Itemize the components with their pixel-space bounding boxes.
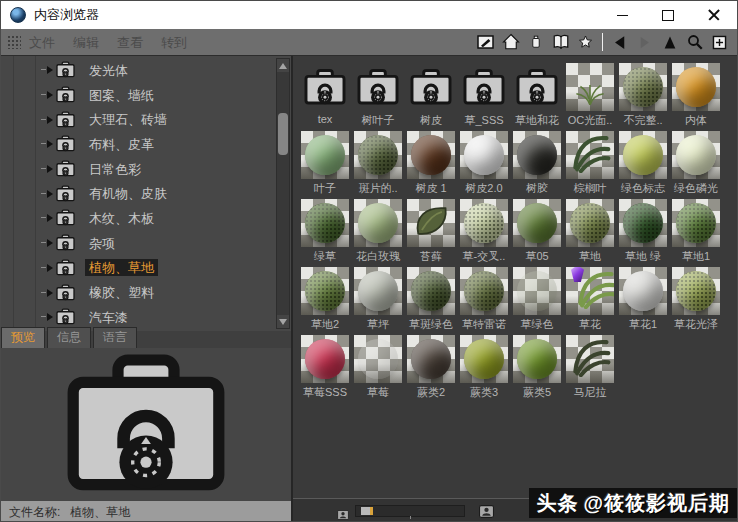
scroll-down-button[interactable] bbox=[277, 315, 289, 328]
material-thumbnail[interactable] bbox=[513, 131, 561, 179]
material-thumbnail[interactable] bbox=[301, 335, 349, 383]
material-item[interactable]: 草05 bbox=[513, 199, 561, 263]
material-thumbnail[interactable] bbox=[407, 335, 455, 383]
material-item[interactable]: 树皮 bbox=[407, 63, 455, 127]
material-item[interactable]: 棕榈叶 bbox=[566, 131, 614, 195]
material-item[interactable]: 树叶子 bbox=[354, 63, 402, 127]
preset-jar-icon[interactable] bbox=[524, 32, 547, 53]
material-item[interactable]: 草地2 bbox=[301, 267, 349, 331]
slider-handle[interactable] bbox=[361, 507, 373, 515]
material-item[interactable]: 草_SSS bbox=[460, 63, 508, 127]
material-item[interactable]: 绿色磷光 bbox=[672, 131, 720, 195]
material-thumbnail[interactable] bbox=[301, 199, 349, 247]
up-icon[interactable] bbox=[658, 32, 681, 53]
material-item[interactable]: 斑片的.. bbox=[354, 131, 402, 195]
material-thumbnail[interactable] bbox=[460, 199, 508, 247]
material-item[interactable]: 草坪 bbox=[354, 267, 402, 331]
material-thumbnail[interactable] bbox=[460, 267, 508, 315]
material-thumbnail[interactable] bbox=[672, 267, 720, 315]
material-thumbnail[interactable] bbox=[301, 131, 349, 179]
material-thumbnail[interactable] bbox=[354, 199, 402, 247]
expander-icon[interactable] bbox=[47, 239, 53, 247]
expander-icon[interactable] bbox=[47, 313, 53, 321]
material-thumbnail[interactable] bbox=[460, 131, 508, 179]
home-icon[interactable] bbox=[499, 32, 522, 53]
thumbnail-size-slider[interactable] bbox=[355, 505, 465, 517]
maximize-button[interactable] bbox=[645, 1, 691, 29]
tab-信息[interactable]: 信息 bbox=[47, 327, 91, 348]
edit-icon[interactable] bbox=[474, 32, 497, 53]
expander-icon[interactable] bbox=[47, 214, 53, 222]
menu-查看[interactable]: 查看 bbox=[117, 35, 143, 50]
expander-icon[interactable] bbox=[47, 116, 53, 124]
material-item[interactable]: 树胶 bbox=[513, 131, 561, 195]
material-item[interactable]: 草-交叉.. bbox=[460, 199, 508, 263]
menu-文件[interactable]: 文件 bbox=[29, 35, 55, 50]
material-thumbnail[interactable] bbox=[513, 199, 561, 247]
expander-icon[interactable] bbox=[47, 289, 53, 297]
tree-scrollbar[interactable] bbox=[276, 58, 290, 329]
material-item[interactable]: 草花光泽 bbox=[672, 267, 720, 331]
expander-icon[interactable] bbox=[47, 140, 53, 148]
material-thumbnail[interactable] bbox=[513, 335, 561, 383]
material-item[interactable]: 叶子 bbox=[301, 131, 349, 195]
tree-item-橡胶、塑料[interactable]: 橡胶、塑料 bbox=[1, 280, 291, 305]
tree-item-杂项[interactable]: 杂项 bbox=[1, 231, 291, 256]
material-thumbnail[interactable] bbox=[301, 267, 349, 315]
expander-icon[interactable] bbox=[47, 190, 53, 198]
folder-thumbnail[interactable] bbox=[354, 63, 402, 111]
expander-icon[interactable] bbox=[47, 91, 53, 99]
material-item[interactable]: 草斑绿色 bbox=[407, 267, 455, 331]
search-icon[interactable] bbox=[683, 32, 706, 53]
folder-thumbnail[interactable] bbox=[460, 63, 508, 111]
material-item[interactable]: 草莓 bbox=[354, 335, 402, 399]
tree-item-发光体[interactable]: 发光体 bbox=[1, 58, 291, 83]
material-item[interactable]: 草绿色 bbox=[513, 267, 561, 331]
material-thumbnail[interactable] bbox=[407, 267, 455, 315]
material-item[interactable]: 蕨类2 bbox=[407, 335, 455, 399]
favorites-star-icon[interactable] bbox=[574, 32, 597, 53]
tree-item-有机物、皮肤[interactable]: 有机物、皮肤 bbox=[1, 181, 291, 206]
material-thumbnail[interactable] bbox=[672, 63, 720, 111]
material-item[interactable]: 蕨类5 bbox=[513, 335, 561, 399]
material-thumbnail[interactable] bbox=[619, 131, 667, 179]
material-thumbnail[interactable] bbox=[407, 199, 455, 247]
tree-item-大理石、砖墙[interactable]: 大理石、砖墙 bbox=[1, 107, 291, 132]
material-thumbnail[interactable] bbox=[354, 335, 402, 383]
material-thumbnail[interactable] bbox=[566, 335, 614, 383]
material-item[interactable]: 不完整.. bbox=[619, 63, 667, 127]
tree-item-木纹、木板[interactable]: 木纹、木板 bbox=[1, 206, 291, 231]
folder-thumbnail[interactable] bbox=[407, 63, 455, 111]
material-item[interactable]: 马尼拉 bbox=[566, 335, 614, 399]
material-thumbnail[interactable] bbox=[460, 335, 508, 383]
forward-icon[interactable] bbox=[633, 32, 656, 53]
material-item[interactable]: 树皮 1 bbox=[407, 131, 455, 195]
menu-编辑[interactable]: 编辑 bbox=[73, 35, 99, 50]
tree-item-植物、草地[interactable]: 植物、草地 bbox=[1, 256, 291, 281]
material-thumbnail[interactable] bbox=[619, 267, 667, 315]
material-thumbnail[interactable] bbox=[407, 131, 455, 179]
scroll-up-button[interactable] bbox=[277, 59, 289, 72]
tree-item-日常色彩[interactable]: 日常色彩 bbox=[1, 157, 291, 182]
material-thumbnail[interactable] bbox=[672, 199, 720, 247]
material-thumbnail[interactable] bbox=[672, 131, 720, 179]
material-thumbnail[interactable] bbox=[513, 267, 561, 315]
material-thumbnail[interactable] bbox=[354, 267, 402, 315]
material-thumbnail[interactable] bbox=[566, 267, 614, 315]
material-item[interactable]: 绿色标志 bbox=[619, 131, 667, 195]
material-item[interactable]: 草花1 bbox=[619, 267, 667, 331]
material-item[interactable]: 草地 bbox=[566, 199, 614, 263]
material-thumbnail[interactable] bbox=[619, 199, 667, 247]
folder-thumbnail[interactable] bbox=[513, 63, 561, 111]
material-item[interactable]: 苔藓 bbox=[407, 199, 455, 263]
folder-thumbnail[interactable] bbox=[301, 63, 349, 111]
tab-语言[interactable]: 语言 bbox=[93, 327, 137, 348]
material-item[interactable]: tex bbox=[301, 63, 349, 127]
material-item[interactable]: 草特雷诺 bbox=[460, 267, 508, 331]
material-thumbnail[interactable] bbox=[354, 131, 402, 179]
material-item[interactable]: OC光面.. bbox=[566, 63, 614, 127]
material-item[interactable]: 草莓SSS bbox=[301, 335, 349, 399]
tree-item-布料、皮革[interactable]: 布料、皮革 bbox=[1, 132, 291, 157]
scrollbar-thumb[interactable] bbox=[278, 113, 288, 155]
expander-icon[interactable] bbox=[47, 66, 53, 74]
